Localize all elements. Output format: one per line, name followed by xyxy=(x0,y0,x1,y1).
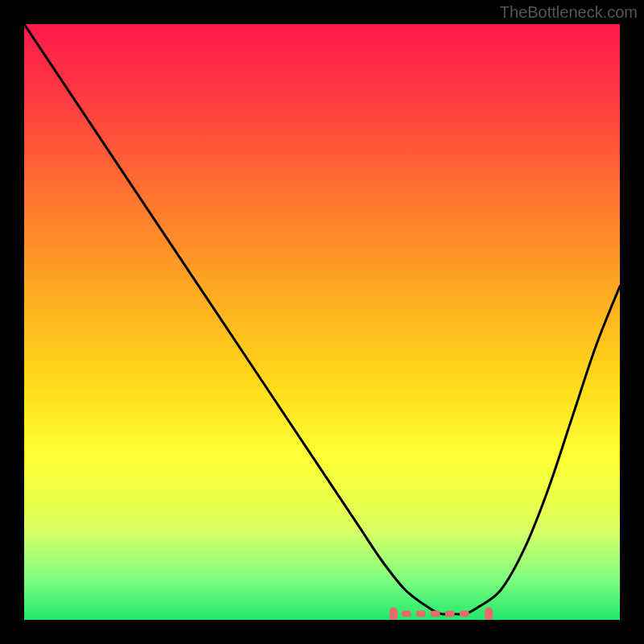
bottleneck-curve xyxy=(24,24,620,614)
svg-rect-2 xyxy=(402,611,411,617)
plot-area xyxy=(24,24,620,620)
svg-rect-3 xyxy=(416,611,426,617)
svg-rect-5 xyxy=(445,611,455,617)
svg-rect-4 xyxy=(431,611,440,617)
watermark-text: TheBottleneck.com xyxy=(500,3,638,22)
svg-rect-0 xyxy=(390,608,398,620)
svg-rect-1 xyxy=(485,608,493,620)
svg-rect-6 xyxy=(460,611,469,617)
chart-container: TheBottleneck.com xyxy=(0,0,644,644)
curve-svg xyxy=(24,24,620,620)
